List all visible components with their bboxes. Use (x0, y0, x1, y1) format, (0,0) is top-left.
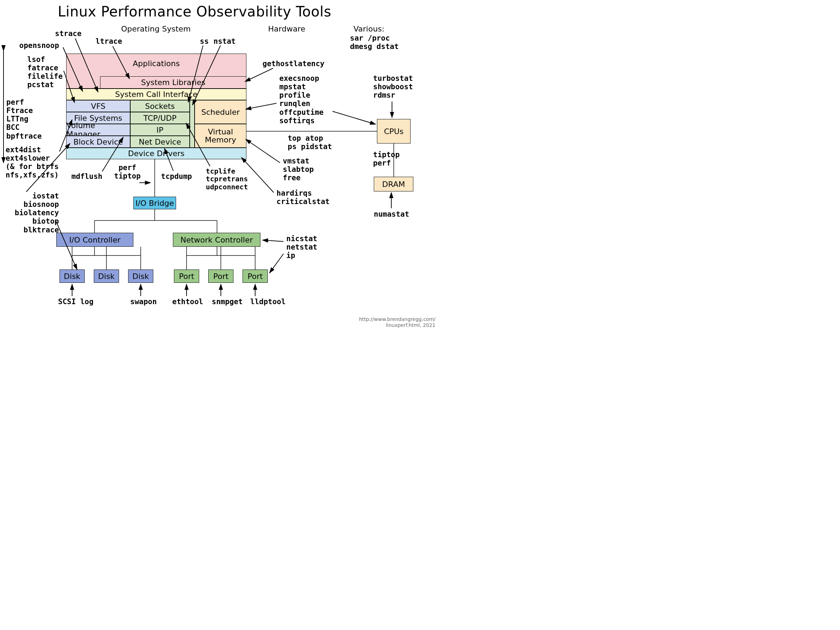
svg-line-16 (246, 139, 280, 163)
box-disk1: Disk (60, 270, 85, 283)
label-tcpudp: TCP/UDP (144, 114, 177, 123)
tool-strace: strace (55, 29, 82, 38)
label-applications: Applications (133, 59, 180, 68)
label-disk3: Disk (132, 272, 149, 281)
svg-line-38 (262, 240, 284, 242)
label-drivers: Device Drivers (128, 149, 185, 158)
credit-url: http://www.brendangregg.com/ (359, 316, 436, 322)
tool-swapon: swapon (130, 297, 157, 306)
tool-ss: ss (200, 37, 208, 46)
tool-sar-proc: sar /proc (350, 34, 390, 43)
label-virtmem2: Memory (205, 136, 236, 144)
tool-nic-group: nicstat netstat ip (286, 235, 317, 260)
label-scheduler: Scheduler (201, 108, 240, 117)
section-os: Operating System (121, 25, 191, 33)
box-blockdev: Block Device (66, 136, 130, 148)
tool-perf-group: perf Ftrace LTTng BCC bpftrace (6, 98, 42, 141)
label-dram: DRAM (382, 180, 405, 189)
svg-line-7 (245, 68, 273, 82)
label-sockets: Sockets (145, 102, 175, 111)
svg-line-39 (270, 254, 284, 273)
box-vfs: VFS (66, 100, 130, 112)
label-netctrl: Network Controller (180, 235, 253, 244)
label-ip: IP (156, 126, 163, 134)
box-port3: Port (243, 270, 268, 283)
tool-turbo-group: turbostat showboost rdmsr (373, 74, 413, 99)
tool-hardirq-group: hardirqs criticalstat (276, 189, 330, 206)
box-netctrl: Network Controller (173, 233, 261, 247)
label-syslib: System Libraries (141, 78, 205, 87)
label-virtmem1: Virtual (208, 128, 233, 136)
tool-lldptool: lldptool (250, 297, 286, 306)
tool-numastat: numastat (374, 210, 409, 218)
box-disk2: Disk (94, 270, 119, 283)
tool-scsi: SCSI log (58, 297, 93, 306)
label-port1: Port (179, 272, 194, 281)
tool-dmesg-dstat: dmesg dstat (350, 43, 399, 51)
box-syscall: System Call Interface (66, 88, 246, 100)
section-various: Various: (354, 25, 384, 33)
tool-tcp-group: tcplife tcpretrans udpconnect (206, 167, 248, 191)
label-blockdev: Block Device (74, 137, 123, 146)
box-port2: Port (208, 270, 234, 283)
label-cpus: CPUs (384, 127, 404, 136)
box-drivers: Device Drivers (66, 148, 246, 159)
tool-mdflush: mdflush (71, 172, 103, 181)
svg-line-10 (333, 111, 376, 124)
tool-ext4-group: ext4dist ext4slower (& for btrfs nfs,xfs… (6, 145, 59, 180)
credit: http://www.brendangregg.com/ linuxperf.h… (359, 316, 436, 328)
box-ip: IP (130, 124, 190, 136)
box-ioctrl: I/O Controller (56, 233, 133, 247)
label-disk2: Disk (98, 272, 114, 281)
label-syscall: System Call Interface (115, 90, 198, 99)
label-ioctrl: I/O Controller (69, 235, 120, 244)
box-tcpudp: TCP/UDP (130, 112, 190, 124)
box-sockets: Sockets (130, 100, 190, 112)
tool-tcpdump: tcpdump (161, 172, 192, 181)
box-narrow-strip (190, 100, 194, 148)
tool-lsof-group: lsof fatrace filelife pcstat (27, 55, 63, 89)
label-disk1: Disk (64, 272, 80, 281)
label-netdev: Net Device (139, 137, 181, 146)
box-iobridge: I/O Bridge (133, 197, 176, 209)
tool-ethtool: ethtool (172, 297, 203, 306)
box-scheduler: Scheduler (194, 100, 246, 124)
svg-line-8 (246, 103, 276, 109)
box-port1: Port (174, 270, 199, 283)
box-disk3: Disk (128, 270, 153, 283)
tool-vm-group: vmstat slabtop free (283, 157, 314, 182)
label-port2: Port (213, 272, 229, 281)
tool-io-group: iostat biosnoop biolatency biotop blktra… (15, 192, 59, 234)
box-virtmem: Virtual Memory (194, 124, 246, 148)
box-cpus: CPUs (377, 119, 411, 144)
box-dram: DRAM (374, 177, 413, 191)
box-netdev: Net Device (130, 136, 190, 148)
tool-ltrace: ltrace (96, 37, 122, 46)
tool-gethostlatency: gethostlatency (262, 60, 324, 68)
label-port3: Port (248, 272, 263, 281)
page-title: Linux Performance Observability Tools (58, 3, 331, 20)
tool-nstat: nstat (213, 37, 235, 46)
label-iobridge: I/O Bridge (136, 199, 174, 208)
tool-sched-group: execsnoop mpstat profile runqlen offcput… (279, 74, 324, 125)
tool-perf-tiptop: perf tiptop (114, 163, 141, 180)
box-volmgr: Volume Manager (66, 124, 130, 136)
box-syslib: System Libraries (100, 76, 246, 88)
tool-tiptop-group: tiptop perf (373, 150, 400, 167)
tool-top-group: top atop ps pidstat (288, 134, 332, 151)
tool-opensnoop: opensnoop (19, 41, 59, 50)
section-hw: Hardware (268, 25, 305, 33)
tool-snmpget: snmpget (212, 297, 243, 306)
credit-line2: linuxperf.html, 2021 (359, 322, 436, 328)
label-vfs: VFS (91, 102, 105, 111)
